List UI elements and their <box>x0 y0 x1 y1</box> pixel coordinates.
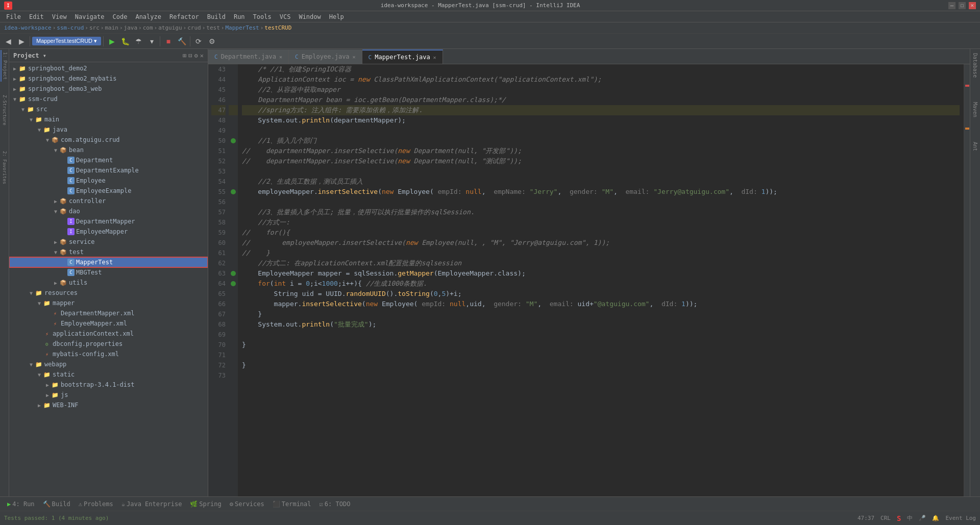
build-button[interactable]: 🔨 <box>176 35 188 47</box>
run-panel-btn[interactable]: ▶ 4: Run <box>4 501 38 508</box>
tree-item-bootstrap[interactable]: ▶ 📁 bootstrap-3.4.1-dist <box>9 380 208 390</box>
ant-panel-btn[interactable]: Ant <box>972 140 978 153</box>
tree-item-mybatis-config[interactable]: ⚡ mybatis-config.xml <box>9 349 208 359</box>
menu-refactor[interactable]: Refactor <box>165 11 203 22</box>
tree-item-applicationcontext-xml[interactable]: ⚡ applicationContext.xml <box>9 329 208 339</box>
arrow-icon: ▶ <box>36 403 43 408</box>
tree-item-mbg-test[interactable]: C MBGTest <box>9 267 208 278</box>
tree-item-springboot-demo3-web[interactable]: ▶ 📁 springboot_demo3_web <box>9 84 208 94</box>
tree-item-resources[interactable]: ▼ 📁 resources <box>9 288 208 298</box>
hide-icon[interactable]: ✕ <box>200 52 204 59</box>
menu-file[interactable]: File <box>2 11 25 22</box>
tree-item-bean[interactable]: ▼ 📦 bean <box>9 145 208 155</box>
tree-item-js[interactable]: ▶ 📁 js <box>9 390 208 400</box>
folder-icon: 📁 <box>51 381 59 389</box>
java-enterprise-panel-btn[interactable]: ☕ Java Enterprise <box>118 501 185 508</box>
tab-close-employee[interactable]: ✕ <box>353 54 356 60</box>
run-config-dropdown[interactable]: MapperTest.testCRUD ▾ <box>32 37 101 45</box>
tab-mappertest[interactable]: C MapperTest.java ✕ <box>362 49 443 64</box>
tree-item-department-example[interactable]: C DepartmentExample <box>9 165 208 176</box>
spring-panel-btn[interactable]: 🌿 Spring <box>187 501 224 508</box>
tree-item-dbconfig[interactable]: ⚙ dbconfig.properties <box>9 339 208 349</box>
tree-item-employee-example[interactable]: C EmployeeExample <box>9 186 208 196</box>
position-indicator[interactable]: 47:37 <box>857 515 874 521</box>
menu-edit[interactable]: Edit <box>25 11 48 22</box>
tree-item-java[interactable]: ▼ 📁 java <box>9 124 208 135</box>
tree-item-test[interactable]: ▼ 📦 test <box>9 247 208 257</box>
debug-button[interactable]: 🐛 <box>119 35 131 47</box>
menu-vcs[interactable]: VCS <box>276 11 295 22</box>
more-run-button[interactable]: ▾ <box>145 35 158 47</box>
menu-navigate[interactable]: Navigate <box>71 11 109 22</box>
menu-window[interactable]: Window <box>295 11 325 22</box>
event-log-btn[interactable]: Event Log <box>945 515 976 521</box>
language-indicator[interactable]: 中 <box>907 514 913 522</box>
services-panel-btn[interactable]: ⚙ Services <box>227 501 267 508</box>
code-content[interactable]: /* //1、创建SpringIOC容器 ApplicationContext … <box>238 64 964 496</box>
interface-icon: I <box>67 218 75 225</box>
tab-employee[interactable]: C Employee.java ✕ <box>289 49 362 64</box>
settings-button[interactable]: ⚙ <box>206 35 218 47</box>
menu-view[interactable]: View <box>48 11 71 22</box>
tree-item-mapper-test[interactable]: C MapperTest <box>9 257 208 267</box>
tree-item-employee[interactable]: C Employee <box>9 176 208 186</box>
tree-item-controller[interactable]: ▶ 📦 controller <box>9 196 208 206</box>
problems-panel-btn[interactable]: ⚠ Problems <box>76 501 116 508</box>
menu-code[interactable]: Code <box>109 11 132 22</box>
tree-item-service[interactable]: ▶ 📦 service <box>9 237 208 247</box>
menu-run[interactable]: Run <box>230 11 249 22</box>
breadcrumb-workspace[interactable]: idea-workspace <box>4 24 52 31</box>
tree-item-ssm-crud[interactable]: ▼ 📁 ssm-crud <box>9 94 208 104</box>
back-button[interactable]: ◀ <box>2 35 14 47</box>
tree-item-dao[interactable]: ▼ 📦 dao <box>9 206 208 216</box>
tree-item-static[interactable]: ▼ 📁 static <box>9 369 208 380</box>
tree-item-utils[interactable]: ▶ 📦 utils <box>9 278 208 288</box>
tree-item-springboot-demo2-mybatis[interactable]: ▶ 📁 springboot_demo2_mybatis <box>9 73 208 84</box>
tree-item-department-mapper[interactable]: I DepartmentMapper <box>9 216 208 227</box>
favorites-icon[interactable]: 2: Favorites <box>1 149 8 186</box>
tree-item-main[interactable]: ▼ 📁 main <box>9 114 208 124</box>
app-icon: I <box>4 2 12 10</box>
tab-close-department[interactable]: ✕ <box>279 54 282 60</box>
sync-button[interactable]: ⟳ <box>192 35 205 47</box>
build-panel-btn[interactable]: 🔨 Build <box>40 501 74 508</box>
settings-icon[interactable]: ⚙ <box>194 52 198 59</box>
stop-button[interactable]: ■ <box>162 35 175 47</box>
forward-button[interactable]: ▶ <box>15 35 28 47</box>
run-button[interactable]: ▶ <box>106 35 118 47</box>
tab-close-mappertest[interactable]: ✕ <box>433 55 436 60</box>
todo-panel-btn[interactable]: ☑ 6: TODO <box>316 501 354 508</box>
collapse-all-icon[interactable]: ⊟ <box>188 52 192 59</box>
tree-item-src[interactable]: ▼ 📁 src <box>9 104 208 114</box>
maximize-button[interactable]: □ <box>959 2 966 9</box>
menu-build[interactable]: Build <box>203 11 230 22</box>
tree-item-department[interactable]: C Department <box>9 155 208 165</box>
structure-icon[interactable]: Z-Structure <box>1 93 8 128</box>
tree-item-springboot-demo2[interactable]: ▶ 📁 springboot_demo2 <box>9 63 208 73</box>
terminal-panel-btn[interactable]: ⬛ Terminal <box>270 501 314 508</box>
tree-item-employee-mapper-xml[interactable]: ⚡ EmployeeMapper.xml <box>9 318 208 329</box>
database-panel-btn[interactable]: Database <box>972 51 978 80</box>
tree-item-webinf[interactable]: ▶ 📁 WEB-INF <box>9 400 208 410</box>
tree-item-mapper-folder[interactable]: ▼ 📁 mapper <box>9 298 208 308</box>
tree-item-webapp[interactable]: ▼ 📁 webapp <box>9 359 208 369</box>
close-button[interactable]: ✕ <box>969 2 976 9</box>
breadcrumb-ssm-crud[interactable]: ssm-crud <box>57 24 84 31</box>
folder-icon: 📁 <box>43 401 51 409</box>
tree-item-com-atguigu-crud[interactable]: ▼ 📦 com.atguigu.crud <box>9 135 208 145</box>
project-panel-icon[interactable]: 1: Project <box>1 50 9 82</box>
coverage-button[interactable]: ☂ <box>132 35 144 47</box>
menu-tools[interactable]: Tools <box>249 11 276 22</box>
status-bar-left: Tests passed: 1 (4 minutes ago) <box>4 515 109 521</box>
tree-item-employee-mapper[interactable]: I EmployeeMapper <box>9 227 208 237</box>
menu-help[interactable]: Help <box>325 11 348 22</box>
notifications-icon[interactable]: 🔔 <box>932 515 939 521</box>
tab-department[interactable]: C Department.java ✕ <box>208 49 289 64</box>
tree-item-department-mapper-xml[interactable]: ⚡ DepartmentMapper.xml <box>9 308 208 318</box>
maven-panel-btn[interactable]: Maven <box>972 100 978 119</box>
breadcrumb-mappertest[interactable]: MapperTest <box>225 24 259 31</box>
encoding-indicator[interactable]: CRL <box>880 515 891 521</box>
expand-all-icon[interactable]: ⊞ <box>183 52 186 59</box>
minimize-button[interactable]: ─ <box>948 2 955 9</box>
menu-analyze[interactable]: Analyze <box>131 11 165 22</box>
